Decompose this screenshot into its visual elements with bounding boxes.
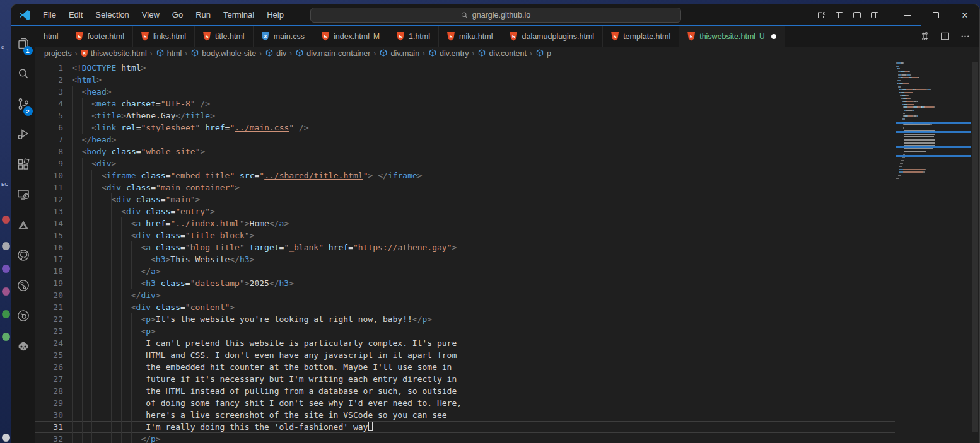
activity-github[interactable]: [11, 241, 35, 272]
code-line[interactable]: 5<title>Athene.Gay</title>: [35, 110, 895, 122]
tab-main-css[interactable]: 3main.css: [254, 26, 313, 47]
line-number[interactable]: 17: [35, 253, 63, 265]
scrollbar-thumb[interactable]: [972, 62, 978, 432]
minimap[interactable]: [896, 62, 971, 443]
line-number[interactable]: 31: [35, 421, 63, 433]
activity-gitlens[interactable]: [11, 272, 35, 302]
code-line[interactable]: 28the HTML instead of pulling from a dat…: [35, 385, 895, 397]
code-line[interactable]: 16<a class="blog-title" target="_blank" …: [35, 241, 895, 253]
code-line[interactable]: 9<div>: [35, 158, 895, 170]
line-number[interactable]: 13: [35, 205, 63, 217]
line-number[interactable]: 5: [35, 110, 63, 122]
activity-run-and-debug[interactable]: [11, 120, 35, 151]
customize-layout-button[interactable]: [813, 4, 831, 26]
code-line[interactable]: 7</head>: [35, 134, 895, 146]
unsaved-dot[interactable]: [771, 34, 776, 39]
code-line[interactable]: 22<p>It's the website you're looking at …: [35, 313, 895, 325]
more-actions-button[interactable]: [957, 28, 973, 45]
code-line[interactable]: 17<h3>This Website</h3>: [35, 253, 895, 265]
tab-index-html[interactable]: 5index.htmlM: [313, 26, 388, 47]
command-center-search[interactable]: gnargle.github.io: [310, 8, 681, 23]
code-line[interactable]: 12<div class="main">: [35, 193, 895, 205]
menu-run[interactable]: Run: [189, 4, 217, 26]
line-number[interactable]: 10: [35, 170, 63, 181]
menu-terminal[interactable]: Terminal: [217, 4, 260, 26]
line-number[interactable]: 2: [35, 74, 63, 86]
menu-edit[interactable]: Edit: [62, 4, 89, 26]
tab-html[interactable]: html: [35, 26, 67, 47]
line-number[interactable]: 14: [35, 217, 63, 229]
activity-triangle-logo[interactable]: [11, 211, 35, 241]
taskbar-icon[interactable]: [2, 242, 10, 250]
menu-file[interactable]: File: [37, 4, 62, 26]
code-line[interactable]: 6<link rel="stylesheet" href="../main.cs…: [35, 122, 895, 134]
code-line[interactable]: 29of doing some fancy shit I don't see w…: [35, 397, 895, 409]
line-number[interactable]: 28: [35, 385, 63, 397]
tab-links-html[interactable]: 5links.html: [133, 26, 195, 47]
code-line[interactable]: 31I'm really doing this the 'old-fashion…: [35, 421, 895, 433]
code-line[interactable]: 25HTML and CSS. I don't even have any ja…: [35, 349, 895, 361]
code-line[interactable]: 32</p>: [35, 433, 895, 443]
line-number[interactable]: 27: [35, 373, 63, 385]
code-line[interactable]: 1<!DOCTYPE html>: [35, 62, 895, 74]
line-number[interactable]: 22: [35, 313, 63, 325]
taskbar-icon[interactable]: [2, 216, 10, 224]
tab-template-html[interactable]: 5template.html: [603, 26, 679, 47]
line-number[interactable]: 23: [35, 325, 63, 337]
breadcrumb-item-projects[interactable]: projects: [44, 49, 72, 58]
taskbar-icon[interactable]: [2, 333, 10, 341]
split-editor-button[interactable]: [936, 28, 953, 45]
code-line[interactable]: 15<div class="title-block">: [35, 229, 895, 241]
code-line[interactable]: 14<a href="../index.html">Home</a>: [35, 217, 895, 229]
code-editor[interactable]: 1<!DOCTYPE html>2<html>3<head>4<meta cha…: [35, 60, 979, 443]
breadcrumb-item-p[interactable]: p: [535, 49, 551, 59]
breadcrumb-item-div[interactable]: div: [265, 49, 286, 59]
line-number[interactable]: 30: [35, 409, 63, 421]
code-line[interactable]: 13<div class="entry">: [35, 205, 895, 217]
menu-help[interactable]: Help: [260, 4, 290, 26]
vertical-scrollbar[interactable]: [971, 60, 979, 443]
line-number[interactable]: 6: [35, 122, 63, 134]
code-line[interactable]: 8<body class="whole-site">: [35, 146, 895, 158]
code-line[interactable]: 30here's a live screenshot of the site i…: [35, 409, 895, 421]
line-number[interactable]: 1: [35, 62, 63, 74]
code-line[interactable]: 19<h3 class="datestamp">2025</h3>: [35, 277, 895, 289]
line-number[interactable]: 15: [35, 229, 63, 241]
open-changes-button[interactable]: [916, 28, 933, 45]
menu-view[interactable]: View: [136, 4, 166, 26]
breadcrumb-item-div-entry[interactable]: div.entry: [428, 49, 469, 59]
activity-extensions[interactable]: [11, 151, 35, 181]
tab-miku-html[interactable]: 5miku.html: [439, 26, 501, 47]
line-number[interactable]: 9: [35, 158, 63, 170]
line-number[interactable]: 29: [35, 397, 63, 409]
code-line[interactable]: 10<iframe class="embed-title" src="../sh…: [35, 170, 895, 181]
tab-dalamudplugins-html[interactable]: 5dalamudplugins.html: [501, 26, 603, 47]
code-line[interactable]: 23<p>: [35, 325, 895, 337]
breadcrumb-item-html[interactable]: html: [156, 49, 182, 59]
line-number[interactable]: 20: [35, 289, 63, 301]
code-line[interactable]: 11<div class="main-container">: [35, 181, 895, 193]
activity-remote-explorer[interactable]: [11, 181, 35, 211]
code-line[interactable]: 2<html>: [35, 74, 895, 86]
line-number[interactable]: 8: [35, 146, 63, 158]
line-number[interactable]: 18: [35, 265, 63, 277]
breadcrumb-item-thiswebsite-html[interactable]: 5thiswebsite.html: [81, 49, 147, 58]
tab-thiswebsite-html[interactable]: 5thiswebsite.htmlU: [679, 26, 785, 47]
line-number[interactable]: 7: [35, 134, 63, 146]
code-line[interactable]: 27future if it's necessary but I'm writi…: [35, 373, 895, 385]
activity-source-control[interactable]: 2: [11, 90, 35, 120]
line-number[interactable]: 25: [35, 349, 63, 361]
code-line[interactable]: 26the embedded hit counter at the bottom…: [35, 361, 895, 373]
activity-gitlens-inspect[interactable]: [11, 302, 35, 332]
taskbar-icon[interactable]: [2, 265, 10, 273]
tab-title-html[interactable]: 5title.html: [195, 26, 254, 47]
code-line[interactable]: 24I can't pretend this website is partic…: [35, 337, 895, 349]
taskbar-icon[interactable]: [2, 287, 10, 296]
code-line[interactable]: 18</a>: [35, 265, 895, 277]
breadcrumb-item-div-content[interactable]: div.content: [477, 49, 527, 59]
line-number[interactable]: 16: [35, 241, 63, 253]
minimize-button[interactable]: [892, 4, 921, 26]
code-line[interactable]: 3<head>: [35, 86, 895, 98]
toggle-secondary-sidebar-button[interactable]: [866, 4, 884, 26]
breadcrumb-item-div-main-container[interactable]: div.main-container: [295, 49, 370, 59]
